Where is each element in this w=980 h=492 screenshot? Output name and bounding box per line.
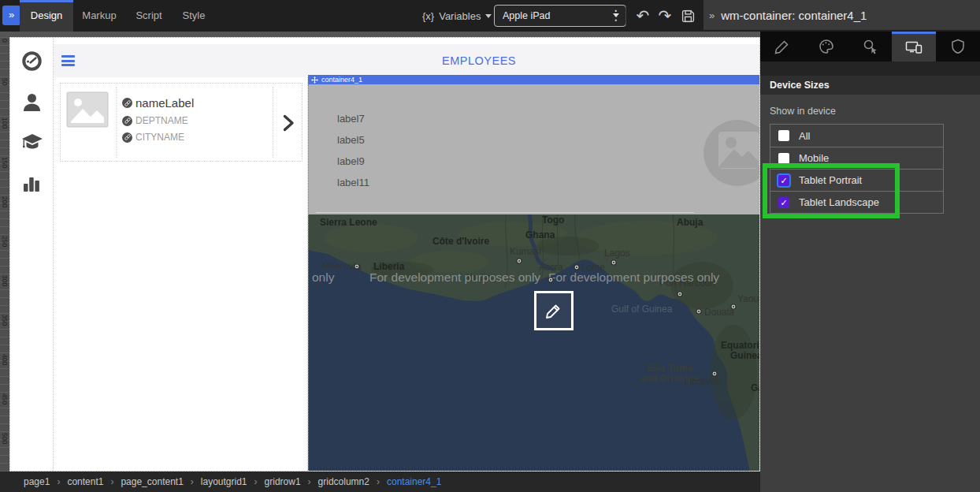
map-widget[interactable]: Sierra LeoneCôte d'IvoireGhanaTogoAbujaL… [308,214,760,472]
card-divider [273,87,273,158]
panel-collapse-icon[interactable]: » [703,9,721,21]
breadcrumb-item-gridcolumn2[interactable]: gridcolumn2 [318,476,369,487]
map-label: For development purposes only [548,270,719,284]
breadcrumb-item-page1[interactable]: page1 [24,476,50,487]
device-option-tablet-portrait[interactable]: ✓Tablet Portrait [770,169,943,191]
ruler-tick: 450 [1,393,9,404]
vertical-ruler: 050100150200250300350400450500 [0,37,9,472]
inspector-tabs-gap [760,62,980,76]
ruler-tick: 250 [1,236,9,247]
ruler-tick: 0 [1,39,9,43]
device-option-all[interactable]: All [770,125,943,147]
person-icon[interactable] [21,91,43,116]
device-option-mobile[interactable]: Mobile [770,147,943,169]
tab-design[interactable]: Design [20,0,73,32]
inspector-titlebar: » wm-container: container4_1 [703,0,980,30]
map-label: Kumasi [510,246,541,257]
toolbar-divider [625,6,626,25]
map-marker-icon [677,292,682,296]
sidebar-expand-icon[interactable]: » [2,6,20,25]
list-widget-column[interactable]: nameLabel DEPTNAME [54,77,308,472]
tab-properties-pencil-icon[interactable] [760,32,804,62]
save-icon[interactable] [677,6,698,26]
selection-tag-label: container4_1 [321,75,362,84]
device-preview-select[interactable]: Apple iPad [494,5,626,27]
container-panel[interactable]: label7label5label9label11 [308,84,760,214]
breadcrumb-item-gridrow1[interactable]: gridrow1 [265,476,301,487]
card-divider [116,87,117,158]
tab-device-sizes-devices-icon[interactable] [892,32,936,62]
show-in-device-label: Show in device [770,106,971,117]
breadcrumb: page1›content1›page_content1›layoutgrid1… [0,472,760,492]
gauge-icon[interactable] [21,50,43,75]
map-label: Lagos [604,248,630,259]
map-label: Equatoria [721,340,760,351]
kebab-menu-icon[interactable]: ⋮ [609,6,622,25]
ruler-tick: 200 [1,196,9,207]
map-marker-icon [696,309,701,314]
checkbox-tablet-landscape[interactable]: ✓ [778,197,789,208]
device-option-label: All [799,130,810,142]
map-label: Ga [751,382,760,393]
graduation-cap-icon[interactable] [21,132,43,155]
breadcrumb-separator: › [308,476,311,487]
map-marker-icon [574,265,579,270]
ruler-tick: 350 [1,315,9,326]
map-marker-icon [731,304,736,309]
list-item-card[interactable]: nameLabel DEPTNAME [60,83,303,162]
tab-events-pointer-search-icon[interactable] [848,32,893,62]
map-label: Côte d'Ivoire [432,236,490,247]
inspector-panel: Device Sizes Show in device AllMobile✓Ta… [760,32,980,492]
breadcrumb-separator: › [254,476,258,487]
variables-prefix: {x} [422,10,434,22]
breadcrumb-item-container4_1[interactable]: container4_1 [387,476,441,487]
breadcrumb-separator: › [377,476,380,487]
map-marker-icon [712,371,717,376]
breadcrumb-item-layoutgrid1[interactable]: layoutgrid1 [201,476,247,487]
map-label: Abuja [677,217,703,228]
device-option-label: Mobile [799,152,829,164]
tab-styles-palette-icon[interactable] [804,32,848,62]
device-option-label: Tablet Portrait [799,174,862,186]
bind-link-icon [122,132,132,143]
map-svg: Sierra LeoneCôte d'IvoireGhanaTogoAbujaL… [308,214,760,472]
ruler-tick: 500 [1,433,9,444]
container-label: label5 [337,129,760,151]
checkbox-tablet-portrait[interactable]: ✓ [778,175,789,186]
tab-markup[interactable]: Markup [73,0,125,32]
ruler-tick: 300 [1,275,9,286]
variables-label: Variables [439,10,481,22]
tab-security-shield-icon[interactable] [936,32,980,62]
picture-placeholder-icon [703,119,760,190]
map-label: Gulf of Guinea [611,304,673,315]
tab-script[interactable]: Script [125,0,173,32]
chevron-right-icon[interactable] [283,114,295,135]
inspector-title: wm-container: container4_1 [721,9,867,22]
canvas-page[interactable]: EMPLOYEES [9,37,760,472]
app-header: EMPLOYEES [54,44,760,77]
breadcrumb-item-content1[interactable]: content1 [67,476,103,487]
map-edit-button[interactable] [534,291,574,330]
breadcrumb-separator: › [57,476,60,487]
selection-tag[interactable]: container4_1 [308,75,760,84]
breadcrumb-item-page_content1[interactable]: page_content1 [121,476,183,487]
hamburger-icon[interactable] [61,55,75,69]
breadcrumb-separator: › [110,476,113,487]
redo-icon[interactable]: ↷ [655,6,675,26]
selected-container[interactable]: container4_1 label7label5label9label11 [308,75,760,472]
map-label: Sierra Leone [320,217,377,228]
bar-chart-icon[interactable] [21,173,42,196]
ruler-tick: 400 [1,354,9,365]
device-options-list: AllMobile✓Tablet Portrait✓Tablet Landsca… [770,124,944,214]
tab-style[interactable]: Style [173,0,215,32]
list-field-dept: DEPTNAME [135,115,188,126]
checkbox-all[interactable] [778,130,789,141]
map-label: Guinea [730,350,760,361]
checkbox-mobile[interactable] [778,153,789,164]
design-workspace: 050100150200250300350400450500 [0,32,760,472]
undo-icon[interactable]: ↶ [633,6,653,26]
map-label: Douala [704,307,734,318]
device-option-tablet-landscape[interactable]: ✓Tablet Landscape [770,191,943,213]
map-label: Togo [542,214,564,226]
variables-menu[interactable]: {x} Variables [422,0,492,32]
